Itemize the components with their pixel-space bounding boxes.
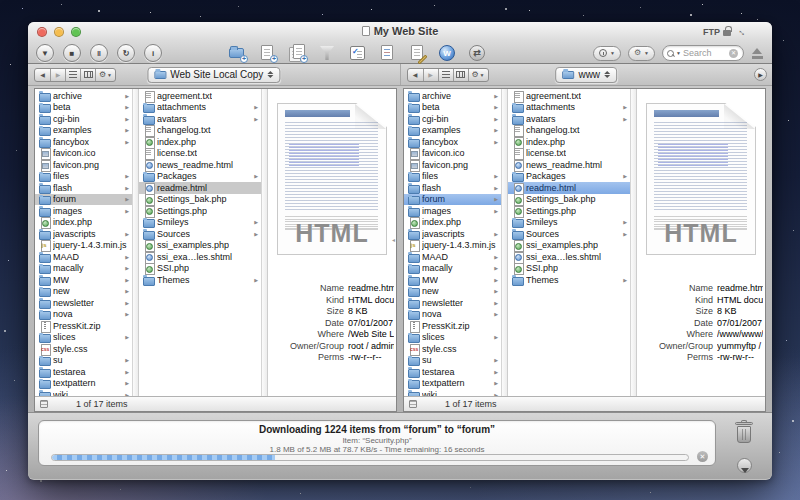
duplicate-button[interactable]: + (288, 44, 307, 62)
list-item[interactable]: examples▶ (35, 125, 132, 137)
list-item[interactable]: Sources▶ (139, 228, 261, 240)
list-item[interactable]: Packages▶ (508, 171, 630, 183)
trash-button[interactable] (734, 419, 754, 444)
list-item[interactable]: newsletter▶ (404, 297, 501, 309)
list-item[interactable]: javascripts▶ (35, 228, 132, 240)
list-item[interactable]: MAAD▶ (35, 251, 132, 263)
list-item[interactable]: Smileys▶ (508, 217, 630, 229)
list-item[interactable]: index.php (508, 136, 630, 148)
list-item[interactable]: index.php (139, 136, 261, 148)
list-item[interactable]: Packages▶ (139, 171, 261, 183)
list-item[interactable]: changelog.txt (139, 125, 261, 137)
action-menu-button[interactable]: ⚙▼ (468, 69, 488, 81)
left-path-dropdown[interactable]: Web Site Local Copy (147, 67, 280, 83)
sync-button[interactable]: ⇄ (468, 44, 487, 62)
list-item[interactable]: avatars▶ (508, 113, 630, 125)
list-item[interactable]: favicon.png (404, 159, 501, 171)
collapse-dock-button[interactable] (737, 458, 752, 473)
list-item[interactable]: ssi_examples.php (139, 240, 261, 252)
list-item[interactable]: Settings.php (508, 205, 630, 217)
queue-button[interactable] (348, 44, 367, 62)
column-view-button[interactable] (80, 69, 95, 81)
list-item[interactable]: beta▶ (35, 102, 132, 114)
web-preview-button[interactable]: W (438, 44, 457, 62)
list-item[interactable]: examples▶ (404, 125, 501, 137)
list-item[interactable]: nova▶ (35, 309, 132, 321)
list-item[interactable]: cgi-bin▶ (404, 113, 501, 125)
connect-go-button[interactable]: ▶ (754, 68, 767, 81)
list-item[interactable]: beta▶ (404, 102, 501, 114)
list-item[interactable]: new▶ (35, 286, 132, 298)
list-item[interactable]: favicon.ico (35, 148, 132, 160)
column-view-button[interactable] (453, 69, 468, 81)
list-item[interactable]: index.php (404, 217, 501, 229)
scrollbar-track[interactable] (261, 89, 268, 396)
history-menu-button[interactable]: ▼ (593, 46, 621, 61)
list-item[interactable]: avatars▶ (139, 113, 261, 125)
list-item[interactable]: Themes▶ (139, 274, 261, 286)
eject-button[interactable] (751, 47, 764, 59)
list-item[interactable]: wiki▶ (404, 389, 501, 396)
scrollbar-track[interactable] (501, 89, 508, 396)
list-item[interactable]: agreement.txt (508, 90, 630, 102)
list-item[interactable]: changelog.txt (508, 125, 630, 137)
list-item[interactable]: Settings_bak.php (139, 194, 261, 206)
list-item[interactable]: favicon.ico (404, 148, 501, 160)
list-item[interactable]: SSI.php (508, 263, 630, 275)
list-item[interactable]: MAAD▶ (404, 251, 501, 263)
list-item[interactable]: style.css (404, 343, 501, 355)
list-item[interactable]: files▶ (404, 171, 501, 183)
list-item[interactable]: new▶ (404, 286, 501, 298)
list-item[interactable]: ssi_exa…les.shtml (139, 251, 261, 263)
back-button[interactable]: ◀ (408, 69, 423, 81)
list-item[interactable]: nova▶ (404, 309, 501, 321)
clear-search-icon[interactable]: ✕ (729, 49, 738, 58)
filter-button[interactable] (318, 44, 337, 62)
list-item[interactable]: PressKit.zip (404, 320, 501, 332)
list-item[interactable]: forum▶ (404, 194, 501, 206)
list-item[interactable]: macally▶ (35, 263, 132, 275)
cancel-transfer-button[interactable]: ✕ (697, 451, 708, 462)
list-item[interactable]: attachments▶ (508, 102, 630, 114)
list-item[interactable]: MW▶ (35, 274, 132, 286)
list-item[interactable]: Themes▶ (508, 274, 630, 286)
list-item[interactable]: wiki▶ (35, 389, 132, 396)
list-item[interactable]: files▶ (35, 171, 132, 183)
new-file-button[interactable]: + (258, 44, 277, 62)
list-item[interactable]: news_readme.html (508, 159, 630, 171)
list-item[interactable]: fancybox▶ (404, 136, 501, 148)
list-item[interactable]: SSI.php (139, 263, 261, 275)
list-item[interactable]: Sources▶ (508, 228, 630, 240)
schedule-menu-button[interactable]: ⚙ ▼ (628, 46, 655, 61)
titlebar[interactable]: My Web Site FTP ↔ (28, 22, 772, 42)
list-item[interactable]: Smileys▶ (139, 217, 261, 229)
list-item[interactable]: Settings_bak.php (508, 194, 630, 206)
download-button[interactable]: ▼ (36, 44, 54, 62)
list-item[interactable]: PressKit.zip (35, 320, 132, 332)
forward-button[interactable]: ▶ (50, 69, 65, 81)
list-item[interactable]: cgi-bin▶ (35, 113, 132, 125)
list-item[interactable]: javascripts▶ (404, 228, 501, 240)
edit-button[interactable] (408, 44, 427, 62)
list-item[interactable]: news_readme.html (139, 159, 261, 171)
list-item[interactable]: readme.html (139, 182, 261, 194)
list-item[interactable]: MW▶ (404, 274, 501, 286)
list-item[interactable]: ssi_examples.php (508, 240, 630, 252)
action-menu-button[interactable]: ⚙▼ (95, 69, 115, 81)
list-item[interactable]: su▶ (35, 355, 132, 367)
list-item[interactable]: style.css (35, 343, 132, 355)
list-item[interactable]: license.txt (508, 148, 630, 160)
list-item[interactable]: attachments▶ (139, 102, 261, 114)
list-item[interactable]: su▶ (404, 355, 501, 367)
list-item[interactable]: images▶ (404, 205, 501, 217)
stop-button[interactable]: ■ (63, 44, 81, 62)
list-item[interactable]: flash▶ (35, 182, 132, 194)
list-item[interactable]: index.php (35, 217, 132, 229)
list-item[interactable]: slices▶ (404, 332, 501, 344)
list-item[interactable]: ssi_exa…les.shtml (508, 251, 630, 263)
list-item[interactable]: archive▶ (404, 90, 501, 102)
list-item[interactable]: agreement.txt (139, 90, 261, 102)
forward-button[interactable]: ▶ (423, 69, 438, 81)
list-item[interactable]: flash▶ (404, 182, 501, 194)
info-button[interactable]: i (144, 44, 162, 62)
